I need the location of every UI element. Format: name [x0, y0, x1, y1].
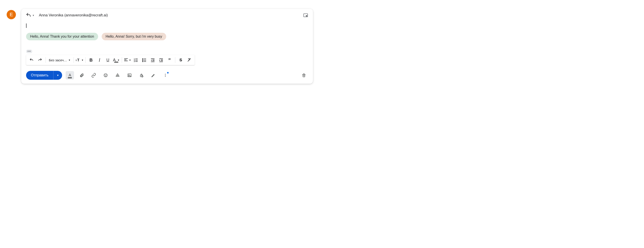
- chevron-down-icon: ▼: [68, 59, 70, 61]
- compose-body[interactable]: [26, 22, 308, 33]
- reply-icon: [26, 13, 31, 18]
- svg-text:т: т: [76, 59, 77, 62]
- redo-button[interactable]: [36, 56, 44, 64]
- undo-button[interactable]: [28, 56, 35, 64]
- italic-button[interactable]: I: [96, 56, 103, 64]
- underline-button[interactable]: U: [104, 56, 112, 64]
- compose-card: ▼ Anna Veronika (annaveronika@recraft.ai…: [21, 9, 313, 84]
- chevron-down-icon: ▼: [32, 14, 34, 17]
- indent-less-button[interactable]: [149, 56, 156, 64]
- svg-point-31: [105, 75, 106, 75]
- svg-text:3: 3: [134, 61, 135, 62]
- insert-photo-button[interactable]: [125, 71, 134, 79]
- svg-point-30: [104, 74, 108, 77]
- quote-button[interactable]: ”: [166, 56, 173, 64]
- compose-actions: Отправить ▼ A: [26, 71, 308, 80]
- insert-link-button[interactable]: [90, 71, 98, 79]
- notification-dot-icon: [167, 72, 168, 73]
- svg-point-13: [142, 59, 143, 59]
- svg-point-32: [106, 75, 106, 75]
- chevron-down-icon: ▼: [81, 59, 84, 61]
- font-family-label: Без засеч…: [49, 58, 67, 62]
- svg-marker-28: [159, 60, 160, 61]
- send-button-group: Отправить ▼: [26, 71, 62, 80]
- insert-signature-button[interactable]: [149, 71, 158, 79]
- format-toolbar: Без засеч… ▼ тT ▼ B I U A ▼ ▼ 123: [26, 55, 195, 65]
- numbered-list-button[interactable]: 123: [132, 56, 140, 64]
- trimmed-content-toggle[interactable]: •••: [26, 50, 32, 53]
- chevron-down-icon: ▼: [129, 59, 131, 61]
- chevron-down-icon: ▼: [117, 59, 120, 61]
- svg-point-34: [128, 75, 129, 75]
- bold-button[interactable]: B: [87, 56, 95, 64]
- color-swatch: [68, 77, 72, 78]
- attach-file-button[interactable]: [78, 71, 86, 79]
- separator: [46, 57, 46, 63]
- compose-header: ▼ Anna Veronika (annaveronika@recraft.ai…: [26, 13, 308, 18]
- svg-rect-1: [306, 15, 307, 16]
- indent-more-button[interactable]: [157, 56, 165, 64]
- font-family-select[interactable]: Без засеч… ▼: [48, 56, 72, 64]
- svg-point-38: [165, 75, 166, 76]
- suggestion-chip[interactable]: Hello, Anna! Thank you for your attentio…: [26, 33, 98, 40]
- color-swatch: [114, 62, 118, 63]
- remove-formatting-button[interactable]: [186, 56, 193, 64]
- svg-marker-23: [151, 60, 152, 61]
- confidential-mode-button[interactable]: [137, 71, 146, 79]
- separator: [74, 57, 74, 63]
- svg-point-15: [142, 60, 143, 61]
- formatting-options-button[interactable]: A: [66, 71, 74, 79]
- separator: [85, 57, 86, 63]
- svg-text:T: T: [77, 58, 80, 62]
- svg-point-17: [142, 61, 143, 62]
- popout-icon[interactable]: [303, 13, 308, 17]
- suggestion-chip[interactable]: Hello, Anna! Sorry, but i'm very busy: [102, 33, 166, 40]
- svg-point-39: [165, 76, 166, 77]
- send-options-button[interactable]: ▼: [54, 71, 62, 80]
- send-button[interactable]: Отправить: [26, 71, 53, 80]
- text-color-button[interactable]: A ▼: [112, 56, 120, 64]
- svg-point-37: [165, 74, 166, 74]
- insert-emoji-button[interactable]: [102, 71, 110, 79]
- align-button[interactable]: ▼: [124, 56, 131, 64]
- text-cursor: [26, 24, 26, 28]
- reply-type-selector[interactable]: ▼: [26, 13, 34, 18]
- sender-avatar: E: [7, 10, 16, 19]
- font-size-select[interactable]: тT ▼: [76, 56, 84, 64]
- separator: [175, 57, 175, 63]
- strikethrough-button[interactable]: S: [177, 56, 184, 64]
- separator: [122, 57, 122, 63]
- bulleted-list-button[interactable]: [140, 56, 148, 64]
- more-options-button[interactable]: [161, 71, 170, 79]
- recipient-label[interactable]: Anna Veronika (annaveronika@recraft.ai): [39, 13, 108, 18]
- insert-drive-button[interactable]: [113, 71, 122, 79]
- smart-reply-suggestions: Hello, Anna! Thank you for your attentio…: [26, 33, 308, 40]
- discard-draft-button[interactable]: [300, 71, 308, 79]
